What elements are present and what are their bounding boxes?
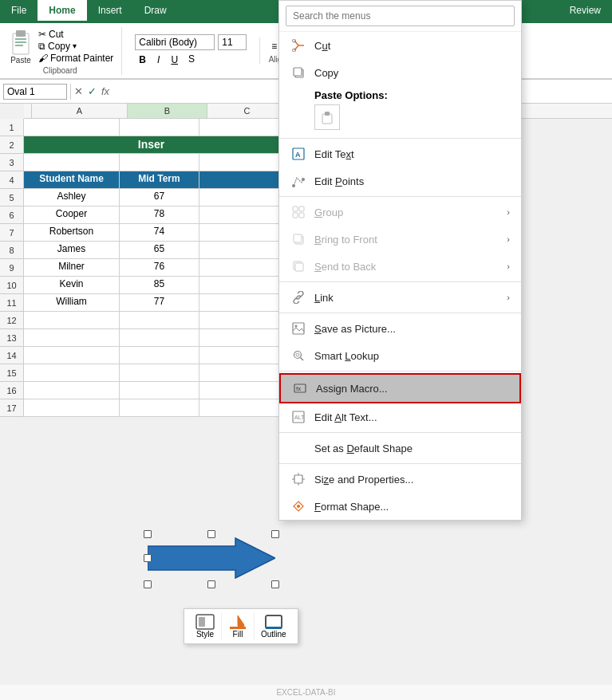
menu-item-link[interactable]: Link › <box>279 284 521 311</box>
cell-b11[interactable]: 77 <box>120 294 199 312</box>
cell-c12[interactable] <box>199 312 279 329</box>
cell-a9[interactable]: Milner <box>24 259 120 277</box>
cell-c9[interactable] <box>199 259 279 277</box>
cell-c8[interactable] <box>199 242 279 259</box>
cell-a16[interactable] <box>24 382 120 399</box>
handle-br[interactable] <box>271 580 279 588</box>
cell-b15[interactable] <box>120 364 199 382</box>
paste-option-icon-1[interactable] <box>314 104 340 130</box>
cell-a17[interactable] <box>24 399 120 417</box>
menu-item-format-shape[interactable]: Format Shape... <box>279 493 521 520</box>
menu-item-size-properties[interactable]: Size and Properties... <box>279 466 521 493</box>
cell-c14[interactable] <box>199 347 279 364</box>
col-header-c[interactable]: C <box>207 104 287 118</box>
insert-function-icon[interactable]: fx <box>101 85 109 97</box>
menu-item-edit-text[interactable]: A Edit Text <box>279 140 521 167</box>
cell-a3[interactable] <box>24 154 120 171</box>
col-header-b[interactable]: B <box>128 104 207 118</box>
cut-button[interactable]: ✂ Cut <box>38 29 113 40</box>
tab-draw[interactable]: Draw <box>133 0 178 23</box>
cell-c3[interactable] <box>199 154 279 171</box>
cell-c11[interactable] <box>199 294 279 312</box>
italic-button[interactable]: I <box>153 52 164 68</box>
menu-item-edit-alt-text[interactable]: ALT Edit Alt Text... <box>279 403 521 431</box>
cell-b1[interactable] <box>120 119 199 136</box>
tab-insert[interactable]: Insert <box>87 0 133 23</box>
menu-item-send-to-back[interactable]: Send to Back › <box>279 253 521 280</box>
arrow-shape[interactable] <box>148 534 275 582</box>
cell-c17[interactable] <box>199 399 279 417</box>
menu-item-bring-to-front[interactable]: Bring to Front › <box>279 226 521 253</box>
cell-b6[interactable]: 78 <box>120 206 199 224</box>
cell-c13[interactable] <box>199 329 279 347</box>
menu-item-cut[interactable]: Cut <box>279 32 521 59</box>
cell-b7[interactable]: 74 <box>120 224 199 242</box>
menu-item-set-default-shape[interactable]: Set as Default Shape <box>279 435 521 462</box>
cell-b9[interactable]: 76 <box>120 259 199 277</box>
outline-button[interactable]: Outline <box>255 612 293 640</box>
cell-student-name-header[interactable]: Student Name <box>24 171 120 189</box>
menu-item-assign-macro[interactable]: fx Assign Macro... <box>279 373 521 403</box>
cell-a6[interactable]: Cooper <box>24 206 120 224</box>
font-size-input[interactable] <box>218 34 247 50</box>
cell-a8[interactable]: James <box>24 242 120 259</box>
handle-ml[interactable] <box>144 554 152 562</box>
name-box[interactable] <box>3 84 67 100</box>
cell-a13[interactable] <box>24 329 120 347</box>
menu-item-save-as-picture[interactable]: Save as Picture... <box>279 315 521 342</box>
col-header-a[interactable]: A <box>32 104 128 118</box>
cell-b10[interactable]: 85 <box>120 277 199 294</box>
handle-bl[interactable] <box>144 580 152 588</box>
tab-review[interactable]: Review <box>559 0 612 21</box>
cell-midterm-header[interactable]: Mid Term <box>120 171 199 189</box>
format-painter-button[interactable]: 🖌 Format Painter <box>38 53 113 64</box>
cell-c10[interactable] <box>199 277 279 294</box>
cell-c1[interactable] <box>199 119 279 136</box>
shape-container[interactable] <box>148 534 275 584</box>
cell-b5[interactable]: 67 <box>120 189 199 206</box>
handle-tl[interactable] <box>144 530 152 538</box>
cell-c4-header[interactable] <box>199 171 279 189</box>
cell-a11[interactable]: William <box>24 294 120 312</box>
cell-a14[interactable] <box>24 347 120 364</box>
align-left-icon[interactable]: ≡ <box>271 41 277 52</box>
cell-b17[interactable] <box>120 399 199 417</box>
tab-home[interactable]: Home <box>38 0 86 23</box>
cell-b13[interactable] <box>120 329 199 347</box>
menu-item-smart-lookup[interactable]: Smart Lookup <box>279 342 521 369</box>
cell-b3[interactable] <box>120 154 199 171</box>
handle-tr[interactable] <box>271 530 279 538</box>
cell-c16[interactable] <box>199 382 279 399</box>
cell-b12[interactable] <box>120 312 199 329</box>
fill-button[interactable]: Fill <box>222 612 255 640</box>
bold-button[interactable]: B <box>135 52 150 68</box>
menu-search-input[interactable] <box>286 6 515 26</box>
menu-item-group[interactable]: Group › <box>279 199 521 226</box>
cell-a5[interactable]: Ashley <box>24 189 120 206</box>
tab-file[interactable]: File <box>0 0 38 23</box>
cell-b8[interactable]: 65 <box>120 242 199 259</box>
style-button[interactable]: Style <box>189 612 222 640</box>
cell-b16[interactable] <box>120 382 199 399</box>
paste-button[interactable]: Paste <box>6 27 35 65</box>
cell-a15[interactable] <box>24 364 120 382</box>
cancel-formula-icon[interactable]: ✕ <box>74 85 83 97</box>
cell-a1[interactable] <box>24 119 120 136</box>
menu-item-edit-points[interactable]: Edit Points <box>279 167 521 195</box>
menu-item-copy[interactable]: Copy <box>279 59 521 86</box>
confirm-formula-icon[interactable]: ✓ <box>88 85 97 97</box>
cell-title[interactable]: Inser <box>24 136 279 154</box>
cell-c5[interactable] <box>199 189 279 206</box>
cell-c7[interactable] <box>199 224 279 242</box>
copy-button[interactable]: ⧉ Copy ▾ <box>38 41 113 52</box>
handle-bm[interactable] <box>207 580 215 588</box>
cell-c15[interactable] <box>199 364 279 382</box>
font-name-input[interactable] <box>135 34 215 50</box>
cell-c6[interactable] <box>199 206 279 224</box>
cell-a7[interactable]: Robertson <box>24 224 120 242</box>
strikethrough-button[interactable]: S <box>185 52 198 68</box>
handle-tm[interactable] <box>207 530 215 538</box>
cell-a12[interactable] <box>24 312 120 329</box>
underline-button[interactable]: U <box>167 52 182 68</box>
cell-b14[interactable] <box>120 347 199 364</box>
